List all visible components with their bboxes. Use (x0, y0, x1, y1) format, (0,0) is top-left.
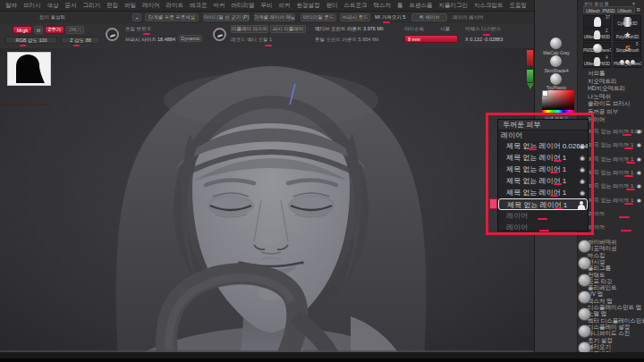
bottom-black-strip (0, 358, 644, 362)
material-ball-skinshade[interactable] (550, 55, 562, 67)
step-processing-button[interactable]: 단계별 프로 프로세싱 (145, 13, 199, 21)
record-tick (265, 45, 272, 46)
menu-item[interactable]: 스트로크 (344, 2, 368, 10)
layer-row-mini[interactable]: 제목 없는 레이어 1◉ (589, 180, 642, 192)
menu-item[interactable]: 머티리얼 (232, 2, 255, 10)
menu-item[interactable]: 피커 (279, 2, 291, 10)
layer-row-mini[interactable]: 제목 없는 레이어 1◉ (589, 153, 642, 165)
mi-import-label: MI 가져오기 5 (375, 14, 405, 21)
menu-item[interactable]: 마커 (214, 2, 225, 10)
eye-icon[interactable]: ◉ (580, 164, 585, 175)
layer-row[interactable]: 제목 없는 레이어 0.02684 ◉ (498, 140, 588, 152)
mrgb-button[interactable]: Mrgb (13, 26, 32, 34)
thumb-label: Cylinder3D (614, 21, 641, 26)
thumb-label: PM3D_Sphere3D (614, 62, 641, 66)
menu-item[interactable]: 지플러그인 (439, 2, 469, 10)
menu-item[interactable]: 그리기 (83, 2, 101, 10)
z-intensity-slider[interactable]: Z 강도 88 (61, 37, 100, 44)
layer-row-empty[interactable]: 레이어 (498, 222, 588, 233)
eye-icon[interactable]: ◉ (637, 166, 641, 179)
menu-item[interactable]: 툴 (397, 2, 403, 10)
eye-icon[interactable]: ◉ (637, 194, 641, 206)
layer-observer-label: 레이어 옵서버 (453, 14, 484, 21)
menu-item[interactable]: 텍스처 (374, 2, 392, 10)
quick-save-button[interactable]: 퀵 세이브 (411, 13, 447, 21)
quickpick-brush[interactable] (578, 257, 591, 270)
thick-skin-header[interactable]: 두꺼운 피부 (498, 120, 588, 130)
current-tool-name[interactable]: UMesh_PM3D_UMesh_PM3D (583, 6, 635, 13)
eye-icon[interactable]: ◉ (580, 175, 585, 187)
menu-item[interactable]: 무비 (261, 2, 273, 10)
viewport-canvas[interactable] (0, 48, 534, 362)
layer-anim-button[interactable]: 단계별 레이어 애님 (254, 13, 295, 21)
eye-icon[interactable]: ◉ (580, 187, 585, 198)
layer-row-empty[interactable]: 레이어 (498, 210, 588, 222)
eye-icon[interactable]: ◉ (637, 153, 641, 165)
quickpick-brush[interactable] (578, 240, 591, 253)
red-gizmo-bar[interactable] (527, 50, 533, 66)
add-button[interactable]: + (132, 13, 141, 21)
eye-icon[interactable]: ◉ (637, 139, 641, 151)
menu-item[interactable]: 지스크립트 (474, 2, 504, 10)
menu-item[interactable]: 문서 (65, 2, 77, 10)
layer-row-mini[interactable]: 제목 없는 레이어 0.02684◉ (589, 125, 642, 138)
layer-row[interactable]: 제목 없는 레이어 1 ◉ (498, 175, 588, 187)
material-ball-toyplastic[interactable] (550, 73, 562, 85)
menu-item[interactable]: 환경설정 (297, 2, 320, 10)
material-ball-matcap-gray[interactable] (550, 38, 562, 49)
silhouette-thumbnail[interactable] (7, 52, 51, 86)
color-picker[interactable] (542, 90, 574, 110)
eye-icon[interactable]: ◉ (637, 125, 641, 138)
mm-slider[interactable]: 8 mm (404, 35, 458, 43)
menu-item[interactable]: 색상 (47, 2, 59, 10)
thumb-label: SimpleBrush (614, 48, 641, 53)
rgb-intensity-slider[interactable]: RGB 강도 100 (5, 37, 57, 44)
zsub-button[interactable]: Z빼기 (66, 26, 84, 34)
stroke-preview-icon[interactable] (213, 28, 226, 41)
m-button[interactable]: M (34, 26, 43, 34)
menu-item[interactable]: 트랜스폼 (410, 2, 433, 10)
menu-item[interactable]: 라이트 (166, 2, 184, 10)
brush-load-button[interactable]: 브러시 로드 (340, 13, 370, 21)
menu-item[interactable]: 레이어 (142, 2, 160, 10)
draw-size-label[interactable]: 브러시 사이즈 18.4884 (125, 37, 175, 43)
ideal-line-button[interactable]: 아이디얼 선 긋기 (P) (203, 13, 250, 21)
quickpick-brush[interactable] (578, 290, 591, 304)
layer-row[interactable]: 제목 없는 레이어 1 ◉ (498, 164, 588, 175)
material-load-button[interactable]: 머티리얼 로드 (301, 13, 336, 21)
layer-row-mini[interactable]: 제목 없는 레이어 1◉ (589, 166, 642, 179)
thumb-badge: 2 (606, 29, 608, 33)
layer-row-selected[interactable]: 제목 없는 레이어 1 REC (498, 198, 588, 210)
eye-icon[interactable]: ◉ (580, 152, 585, 164)
green-gizmo-bar[interactable] (527, 70, 533, 82)
menu-bar: 알파 브러시 색상 문서 그리기 편집 파일 레이어 라이트 매크로 마커 머티… (0, 0, 580, 12)
layer-row-mini[interactable]: 제목 없는 레이어 1◉ (589, 194, 642, 206)
layers-section-header[interactable]: 레이어 (498, 130, 588, 140)
color-swatch[interactable] (542, 90, 548, 97)
layer-row-mini[interactable]: 레이어 (589, 207, 642, 220)
layer-row[interactable]: 제목 없는 레이어 1 ◉ (498, 187, 588, 198)
layer-row-mini[interactable]: 제목 없는 레이어 1◉ (589, 139, 642, 151)
eye-icon[interactable]: ◉ (580, 140, 585, 152)
quickpick-brush[interactable] (578, 274, 591, 287)
menu-item[interactable]: 렌더 (326, 2, 338, 10)
quickpick-brush[interactable] (578, 324, 591, 338)
layer-row-mini[interactable]: 레이어 (589, 221, 642, 233)
menu-item[interactable]: 편집 (106, 2, 118, 10)
replay-last-button[interactable]: 리플레이 라스트 (231, 25, 268, 33)
eye-icon[interactable]: ◉ (637, 180, 641, 192)
menu-item[interactable]: 매크로 (190, 2, 208, 10)
menu-item[interactable]: 알파 (5, 2, 17, 10)
menu-item[interactable]: 브러시 (23, 2, 41, 10)
dynamic-button[interactable]: Dynamic (179, 35, 202, 42)
rec-layer-icon[interactable] (577, 201, 585, 209)
menu-item[interactable]: 파일 (124, 2, 136, 10)
brush-preview-icon[interactable] (106, 28, 119, 41)
layer-row[interactable]: 제목 없는 레이어 1 ◉ (498, 152, 588, 164)
rush-replay-button[interactable]: 러시 리플레이 (270, 25, 306, 33)
focal-shift-label[interactable]: 초점 변위 0 (125, 26, 150, 32)
green-arrow-icon (527, 83, 534, 89)
menu-item[interactable]: 도움말 (510, 2, 528, 10)
quickpick-brush[interactable] (578, 307, 591, 321)
zadd-button[interactable]: Z추가 (45, 26, 64, 34)
